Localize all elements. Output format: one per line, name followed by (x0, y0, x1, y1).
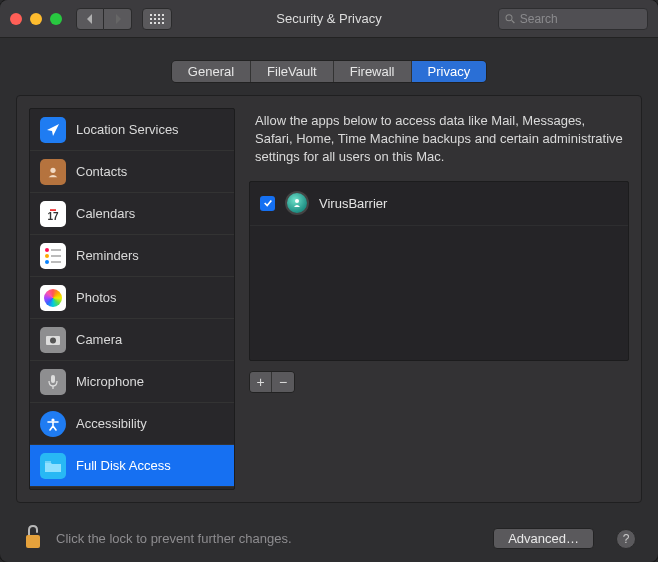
add-button[interactable]: + (250, 372, 272, 392)
titlebar: Security & Privacy (0, 0, 658, 38)
sidebar-item-reminders[interactable]: Reminders (30, 235, 234, 277)
sidebar-item-label: Camera (76, 332, 122, 347)
sidebar-item-label: Microphone (76, 374, 144, 389)
camera-icon (40, 327, 66, 353)
sidebar-item-calendars[interactable]: ▬17 Calendars (30, 193, 234, 235)
window-controls (10, 13, 62, 25)
app-row[interactable]: VirusBarrier (250, 182, 628, 226)
tab-general[interactable]: General (172, 61, 251, 82)
search-input[interactable] (520, 12, 641, 26)
sidebar-item-photos[interactable]: Photos (30, 277, 234, 319)
content-area: Allow the apps below to access data like… (249, 108, 629, 490)
search-field[interactable] (498, 8, 648, 30)
tab-firewall[interactable]: Firewall (334, 61, 412, 82)
preferences-window: Security & Privacy General FileVault Fir… (0, 0, 658, 562)
calendar-icon: ▬17 (40, 201, 66, 227)
reminders-icon (40, 243, 66, 269)
main-panel: Location Services Contacts ▬17 Calendars (16, 95, 642, 503)
svg-point-7 (51, 418, 54, 421)
microphone-icon (40, 369, 66, 395)
close-button[interactable] (10, 13, 22, 25)
svg-line-1 (512, 20, 515, 23)
tab-filevault[interactable]: FileVault (251, 61, 334, 82)
sidebar-item-location[interactable]: Location Services (30, 109, 234, 151)
remove-button[interactable]: − (272, 372, 294, 392)
sidebar-item-label: Reminders (76, 248, 139, 263)
svg-rect-5 (51, 375, 55, 383)
nav-buttons (76, 8, 132, 30)
permission-description: Allow the apps below to access data like… (249, 108, 629, 181)
add-remove-controls: + − (249, 371, 629, 393)
lock-text: Click the lock to prevent further change… (56, 531, 481, 546)
svg-point-9 (295, 199, 299, 203)
search-icon (505, 13, 516, 25)
svg-point-4 (50, 337, 56, 343)
location-icon (40, 117, 66, 143)
lock-button[interactable] (22, 523, 44, 554)
help-button[interactable]: ? (616, 529, 636, 549)
sidebar-item-label: Full Disk Access (76, 458, 171, 473)
sidebar-item-label: Accessibility (76, 416, 147, 431)
zoom-button[interactable] (50, 13, 62, 25)
footer: Click the lock to prevent further change… (0, 515, 658, 562)
window-title: Security & Privacy (276, 11, 381, 26)
sidebar-item-contacts[interactable]: Contacts (30, 151, 234, 193)
sidebar-item-camera[interactable]: Camera (30, 319, 234, 361)
privacy-sidebar: Location Services Contacts ▬17 Calendars (29, 108, 235, 490)
sidebar-item-label: Contacts (76, 164, 127, 179)
sidebar-item-full-disk-access[interactable]: Full Disk Access (30, 445, 234, 487)
svg-point-0 (506, 14, 512, 20)
minimize-button[interactable] (30, 13, 42, 25)
sidebar-item-microphone[interactable]: Microphone (30, 361, 234, 403)
show-all-button[interactable] (142, 8, 172, 30)
back-button[interactable] (76, 8, 104, 30)
svg-rect-8 (45, 461, 51, 463)
check-icon (263, 198, 273, 208)
sidebar-item-label: Photos (76, 290, 116, 305)
contacts-icon (40, 159, 66, 185)
app-list[interactable]: VirusBarrier (249, 181, 629, 361)
svg-point-2 (50, 167, 55, 172)
photos-icon (40, 285, 66, 311)
sidebar-item-label: Calendars (76, 206, 135, 221)
tab-bar: General FileVault Firewall Privacy (0, 60, 658, 83)
advanced-button[interactable]: Advanced… (493, 528, 594, 549)
app-checkbox[interactable] (260, 196, 275, 211)
sidebar-item-accessibility[interactable]: Accessibility (30, 403, 234, 445)
folder-icon (40, 453, 66, 479)
lock-icon (22, 523, 44, 551)
tab-privacy[interactable]: Privacy (412, 61, 487, 82)
forward-button[interactable] (104, 8, 132, 30)
sidebar-item-label: Location Services (76, 122, 179, 137)
grid-icon (150, 14, 164, 24)
svg-rect-10 (26, 535, 40, 548)
app-name: VirusBarrier (319, 196, 387, 211)
app-icon (285, 191, 309, 215)
accessibility-icon (40, 411, 66, 437)
